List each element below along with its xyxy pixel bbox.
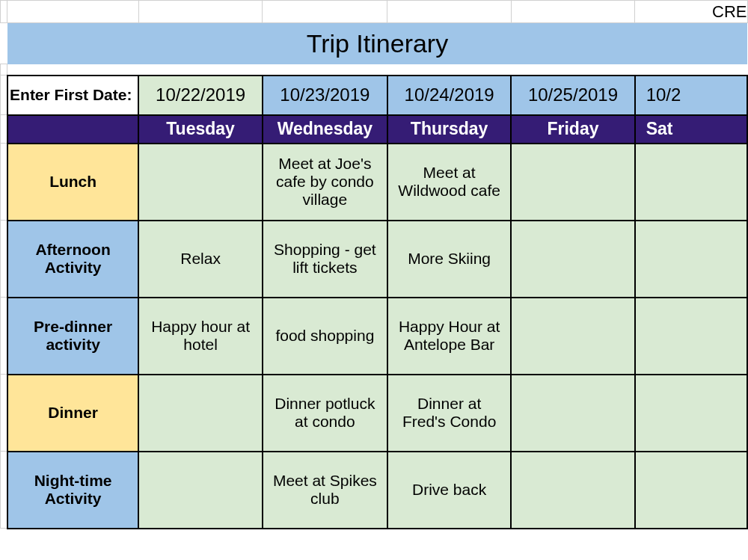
cell-lunch-4[interactable] [635,144,747,221]
table-row-lunch: LunchMeet at Joe's cafe by condo village… [1,144,748,221]
itinerary-table[interactable]: CRE Trip Itinerary Enter First Date: 10/… [0,0,748,529]
cell-lunch-2[interactable]: Meet at Wildwood cafe [387,144,511,221]
cell-afternoon-2[interactable]: More Skiing [387,221,511,298]
cell-dinner-2[interactable]: Dinner at Fred's Condo [387,375,511,452]
row-label-afternoon: Afternoon Activity [7,221,139,298]
top-blank-row: CRE [1,1,748,23]
date-header-row: Enter First Date: 10/22/2019 10/23/2019 … [1,76,748,115]
cell-night-0[interactable] [138,452,262,529]
cell-lunch-0[interactable] [138,144,262,221]
cell-night-2[interactable]: Drive back [387,452,511,529]
date-cell-4[interactable]: 10/2 [635,76,747,115]
date-cell-1[interactable]: 10/23/2019 [263,76,387,115]
day-header-row: Tuesday Wednesday Thursday Friday Sat [1,115,748,144]
date-cell-2[interactable]: 10/24/2019 [387,76,511,115]
row-label-lunch: Lunch [7,144,139,221]
day-cell-0: Tuesday [138,115,262,144]
cell-afternoon-4[interactable] [635,221,747,298]
row-label-predinner: Pre-dinner activity [7,298,139,375]
spreadsheet-viewport[interactable]: CRE Trip Itinerary Enter First Date: 10/… [0,0,748,560]
cell-lunch-3[interactable] [511,144,634,221]
page-title: Trip Itinerary [7,23,747,64]
row-label-night: Night-time Activity [7,452,139,529]
cell-predinner-1[interactable]: food shopping [263,298,387,375]
cell-night-3[interactable] [511,452,634,529]
title-row: Trip Itinerary [1,23,748,64]
cell-night-1[interactable]: Meet at Spikes club [263,452,387,529]
row-label-dinner: Dinner [7,375,139,452]
table-row-afternoon: Afternoon ActivityRelaxShopping - get li… [1,221,748,298]
first-date-label: Enter First Date: [7,76,139,115]
date-cell-3[interactable]: 10/25/2019 [511,76,634,115]
day-cell-4: Sat [635,115,747,144]
cell-dinner-4[interactable] [635,375,747,452]
cell-predinner-2[interactable]: Happy Hour at Antelope Bar [387,298,511,375]
gap-row [1,64,748,76]
cell-predinner-0[interactable]: Happy hour at hotel [138,298,262,375]
cell-afternoon-1[interactable]: Shopping - get lift tickets [263,221,387,298]
cell-dinner-3[interactable] [511,375,634,452]
cell-night-4[interactable] [635,452,747,529]
cell-afternoon-3[interactable] [511,221,634,298]
day-cell-1: Wednesday [263,115,387,144]
table-row-dinner: DinnerDinner potluck at condoDinner at F… [1,375,748,452]
table-row-predinner: Pre-dinner activityHappy hour at hotelfo… [1,298,748,375]
cell-afternoon-0[interactable]: Relax [138,221,262,298]
cell-dinner-0[interactable] [138,375,262,452]
cell-lunch-1[interactable]: Meet at Joe's cafe by condo village [263,144,387,221]
cell-predinner-3[interactable] [511,298,634,375]
cre-label: CRE [635,1,747,23]
day-cell-3: Friday [511,115,634,144]
cell-predinner-4[interactable] [635,298,747,375]
table-row-night: Night-time ActivityMeet at Spikes clubDr… [1,452,748,529]
date-cell-0[interactable]: 10/22/2019 [138,76,262,115]
day-cell-2: Thursday [387,115,511,144]
cell-dinner-1[interactable]: Dinner potluck at condo [263,375,387,452]
